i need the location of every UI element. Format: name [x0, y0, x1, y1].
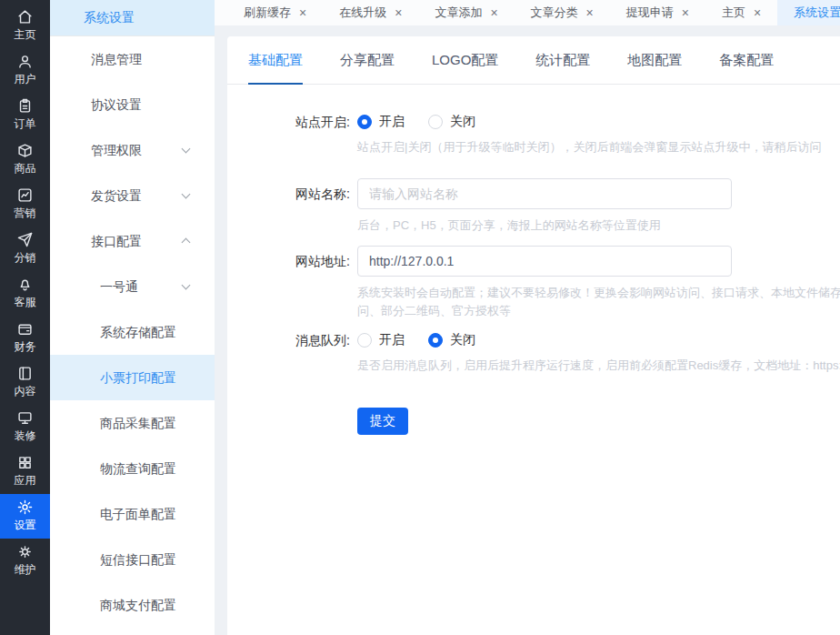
message-queue-open-label[interactable]: 开启	[379, 332, 405, 348]
site-status-open-label[interactable]: 开启	[379, 114, 405, 130]
chevron-down-icon	[182, 145, 191, 154]
close-icon[interactable]: ×	[682, 5, 689, 20]
finance-wallet-icon	[17, 321, 33, 337]
menu-item-protocol-settings[interactable]: 协议设置	[50, 82, 215, 127]
submit-button[interactable]: 提交	[357, 408, 408, 435]
menu-group-system-settings[interactable]: 系统设置	[50, 0, 215, 36]
sidebar-item-users[interactable]: 用户	[0, 48, 50, 93]
page-tab-withdraw-apply[interactable]: 提现申请 ×	[610, 0, 705, 25]
menu-item-e-waybill-config[interactable]: 电子面单配置	[50, 491, 215, 537]
site-name-label: 网站名称:	[249, 178, 350, 235]
primary-sidebar: 主页 用户 订单 商品 营销 分销 客服 财务	[0, 0, 50, 635]
close-icon[interactable]: ×	[490, 5, 497, 20]
menu-group-label: 系统设置	[84, 10, 135, 26]
site-status-close-label[interactable]: 关闭	[450, 114, 475, 130]
sidebar-item-label: 客服	[15, 295, 36, 310]
apps-grid-icon	[17, 455, 33, 470]
site-name-input[interactable]	[357, 178, 732, 209]
site-url-input[interactable]	[357, 246, 732, 277]
sidebar-item-label: 装修	[15, 428, 36, 444]
site-url-label: 网站地址:	[249, 246, 350, 320]
page-tabbar: 刷新缓存 × 在线升级 × 文章添加 × 文章分类 × 提现申请 × 主页 ×	[215, 0, 840, 25]
message-queue-close-radio[interactable]	[428, 333, 443, 348]
form-row-site-name: 网站名称: 后台，PC，H5，页面分享，海报上的网站名称等位置使用	[249, 178, 840, 235]
sidebar-item-marketing[interactable]: 营销	[0, 182, 50, 227]
tab-map-config[interactable]: 地图配置	[627, 52, 682, 85]
menu-item-interface-config[interactable]: 接口配置	[50, 218, 215, 264]
menu-item-yihaotong[interactable]: 一号通	[50, 264, 215, 309]
content-card: 基础配置 分享配置 LOGO配置 统计配置 地图配置 备案配置 站点开启: 开启	[227, 36, 840, 635]
maintain-gear-icon	[17, 544, 33, 559]
sidebar-item-orders[interactable]: 订单	[0, 93, 50, 137]
close-icon[interactable]: ×	[395, 5, 402, 20]
decorate-monitor-icon	[17, 410, 33, 426]
page-tab-online-upgrade[interactable]: 在线升级 ×	[323, 0, 418, 25]
sidebar-item-label: 订单	[15, 116, 36, 132]
sidebar-item-goods[interactable]: 商品	[0, 137, 50, 182]
marketing-icon	[17, 187, 33, 203]
sidebar-item-decorate[interactable]: 装修	[0, 405, 50, 449]
menu-item-shipping-settings[interactable]: 发货设置	[50, 173, 215, 218]
main-area: 刷新缓存 × 在线升级 × 文章添加 × 文章分类 × 提现申请 × 主页 ×	[215, 0, 840, 635]
site-status-open-radio[interactable]	[357, 115, 372, 129]
close-icon[interactable]: ×	[586, 5, 594, 20]
menu-item-sms-interface-config[interactable]: 短信接口配置	[50, 537, 215, 582]
sidebar-item-label: 商品	[15, 161, 36, 176]
sidebar-item-apps[interactable]: 应用	[0, 449, 50, 494]
menu-item-system-storage-config[interactable]: 系统存储配置	[50, 309, 215, 355]
chevron-down-icon	[182, 281, 191, 290]
home-icon	[17, 9, 33, 25]
page-tab-article-add[interactable]: 文章添加 ×	[418, 0, 514, 25]
page-tab-refresh-cache[interactable]: 刷新缓存 ×	[227, 0, 323, 25]
sidebar-item-content[interactable]: 内容	[0, 360, 50, 405]
sidebar-item-distribution[interactable]: 分销	[0, 227, 50, 271]
close-icon[interactable]: ×	[754, 5, 761, 20]
user-icon	[17, 54, 33, 69]
message-queue-label: 消息队列:	[249, 331, 350, 375]
site-status-close-radio[interactable]	[428, 115, 443, 129]
message-queue-open-radio[interactable]	[357, 333, 372, 348]
basic-config-form: 站点开启: 开启 关闭 站点开启|关闭（用于升级等临时关闭），关闭后前端会弹窗显…	[227, 85, 840, 435]
page-tab-article-category[interactable]: 文章分类 ×	[515, 0, 610, 25]
page-tab-home[interactable]: 主页 ×	[705, 0, 777, 25]
menu-item-logistics-query-config[interactable]: 物流查询配置	[50, 446, 215, 491]
tab-icp-config[interactable]: 备案配置	[719, 52, 774, 85]
site-url-help-line1: 系统安装时会自动配置；建议不要轻易修改！更换会影响网站访问、接口请求、本地文件储…	[357, 284, 840, 302]
content-book-icon	[17, 366, 33, 381]
site-status-label: 站点开启:	[249, 113, 350, 156]
sidebar-item-maintain[interactable]: 维护	[0, 539, 50, 583]
sidebar-item-label: 内容	[15, 384, 36, 399]
menu-item-receipt-print-config[interactable]: 小票打印配置	[50, 355, 215, 400]
sidebar-item-service[interactable]: 客服	[0, 271, 50, 316]
order-icon	[17, 98, 33, 114]
sidebar-item-label: 设置	[15, 518, 36, 533]
sidebar-item-label: 财务	[15, 339, 36, 355]
distribution-icon	[17, 232, 33, 247]
tab-statistics-config[interactable]: 统计配置	[535, 52, 590, 85]
sidebar-item-label: 应用	[15, 473, 36, 489]
sidebar-item-label: 主页	[15, 27, 36, 43]
tab-basic-config[interactable]: 基础配置	[248, 52, 303, 85]
sidebar-item-label: 营销	[15, 206, 36, 221]
sidebar-item-settings[interactable]: 设置	[0, 494, 50, 539]
menu-item-admin-permissions[interactable]: 管理权限	[50, 127, 215, 173]
form-row-message-queue: 消息队列: 开启 关闭 是否启用消息队列，启用后提升程序运行速度，启用前必须配置…	[249, 331, 840, 375]
site-status-help: 站点开启|关闭（用于升级等临时关闭），关闭后前端会弹窗显示站点升级中，请稍后访问	[357, 138, 840, 156]
menu-item-goods-collect-config[interactable]: 商品采集配置	[50, 400, 215, 446]
sidebar-item-label: 用户	[15, 72, 36, 87]
tab-share-config[interactable]: 分享配置	[340, 52, 395, 85]
config-tabs: 基础配置 分享配置 LOGO配置 统计配置 地图配置 备案配置	[227, 36, 840, 85]
secondary-sidebar: 系统设置 消息管理 协议设置 管理权限 发货设置 接口配置 一号通 系统存储配置…	[50, 0, 215, 635]
close-icon[interactable]: ×	[299, 5, 306, 20]
settings-gear-icon	[17, 499, 33, 515]
menu-item-message-management[interactable]: 消息管理	[50, 36, 215, 82]
message-queue-close-label[interactable]: 关闭	[450, 332, 475, 348]
sidebar-item-label: 分销	[15, 250, 36, 266]
sidebar-item-finance[interactable]: 财务	[0, 316, 50, 360]
sidebar-item-home[interactable]: 主页	[0, 4, 50, 48]
chevron-up-icon	[182, 238, 191, 247]
page-tab-system-settings[interactable]: 系统设置 ×	[777, 0, 840, 25]
site-name-help: 后台，PC，H5，页面分享，海报上的网站名称等位置使用	[357, 217, 840, 235]
menu-item-mall-payment-config[interactable]: 商城支付配置	[50, 582, 215, 628]
tab-logo-config[interactable]: LOGO配置	[432, 52, 498, 85]
